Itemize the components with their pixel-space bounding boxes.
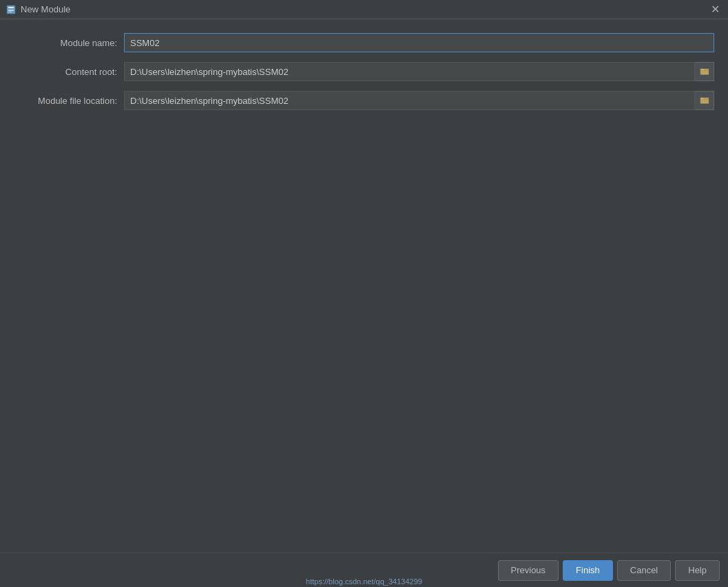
dialog-content: Module name: Content root: Module file l… [0,19,728,553]
module-file-location-browse-button[interactable] [695,91,714,110]
content-root-browse-button[interactable] [695,62,714,81]
dialog-title: New Module [21,4,707,14]
title-bar: New Module ✕ [0,0,728,19]
module-name-row: Module name: [14,33,714,52]
module-name-input[interactable] [124,33,714,52]
module-file-location-input-wrap [124,91,714,110]
module-icon [6,4,17,15]
svg-rect-3 [8,12,12,12]
content-root-input[interactable] [124,62,695,81]
module-name-label: Module name: [14,38,124,48]
content-root-row: Content root: [14,62,714,81]
content-root-label: Content root: [14,67,124,77]
svg-rect-2 [8,10,14,11]
module-file-location-label: Module file location: [14,96,124,106]
module-file-location-input[interactable] [124,91,695,110]
module-name-input-wrap [124,33,714,52]
watermark: https://blog.csdn.net/qq_34134299 [0,577,728,586]
module-file-location-row: Module file location: [14,91,714,110]
svg-rect-1 [8,7,14,8]
close-button[interactable]: ✕ [707,2,722,17]
content-root-input-wrap [124,62,714,81]
bottom-bar: Previous Finish Cancel Help https://blog… [0,553,728,587]
